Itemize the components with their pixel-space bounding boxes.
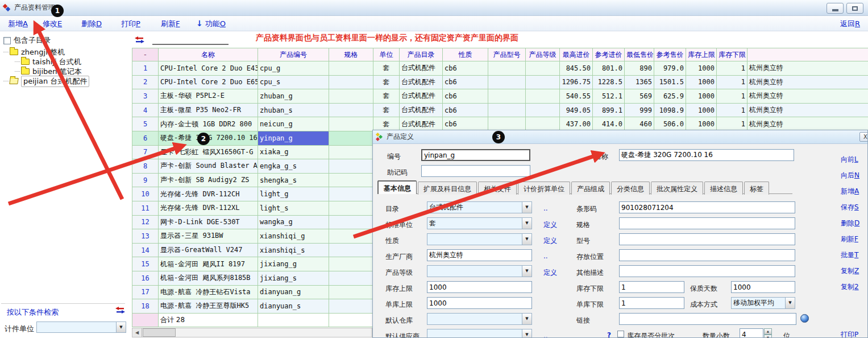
cell[interactable]: 506.0: [654, 117, 686, 131]
cell[interactable]: 1098.9: [654, 103, 686, 117]
cell[interactable]: 1: [717, 89, 747, 104]
cell[interactable]: engka_g_s: [258, 159, 329, 174]
cell[interactable]: [329, 145, 373, 159]
cell[interactable]: 540.55: [560, 89, 593, 104]
cell[interactable]: 12: [132, 215, 159, 229]
cell[interactable]: 1000: [686, 117, 717, 131]
table-row[interactable]: 1CPU-Intel Core 2 Duo E43cpu_g套台式机配件cb68…: [132, 61, 868, 76]
cell[interactable]: 14: [132, 243, 159, 257]
text-field-4[interactable]: [427, 249, 532, 261]
cell[interactable]: 3: [132, 89, 159, 104]
cell[interactable]: 6: [132, 131, 159, 145]
cell[interactable]: 16: [132, 271, 159, 285]
cell[interactable]: xianshiqi_s: [258, 243, 329, 257]
right-field-3[interactable]: [619, 233, 795, 245]
chevron-down-icon[interactable]: ▼: [522, 218, 531, 229]
cell[interactable]: 1: [717, 117, 747, 131]
browse-link[interactable]: ..: [543, 332, 548, 338]
column-header-8[interactable]: 产品等级: [526, 48, 560, 61]
cell[interactable]: CPU-Intel Core 2 Duo E43: [159, 61, 258, 76]
cell[interactable]: 机箱-金河田 飓风系列8185B: [159, 271, 258, 285]
cell[interactable]: 套: [373, 75, 400, 89]
cell[interactable]: dianyuan_s: [258, 299, 329, 314]
chevron-down-icon[interactable]: ▼: [522, 234, 531, 245]
column-header-5[interactable]: 产品目录: [400, 48, 443, 61]
cell[interactable]: 949.05: [560, 103, 593, 117]
tab-3[interactable]: 相关文件: [478, 182, 517, 195]
dialog-action-2[interactable]: 向后N: [841, 171, 859, 180]
cell[interactable]: 8: [132, 159, 159, 174]
cell[interactable]: 机箱-金河田 飓风II 8197: [159, 257, 258, 271]
cell[interactable]: 主板-微星 P35 Neo2-FR: [159, 103, 258, 117]
cell[interactable]: cpu_s: [258, 75, 329, 89]
cell[interactable]: 显示器-三星 931BW: [159, 229, 258, 244]
combo-field-2[interactable]: 套▼: [427, 217, 532, 229]
column-header-7[interactable]: 产品型号: [488, 48, 526, 61]
table-row[interactable]: 5内存-金士顿 1GB DDR2 800neicun_g套台式机配件cb6437…: [132, 117, 868, 131]
code-field[interactable]: [421, 149, 530, 161]
cell[interactable]: 414.0: [593, 117, 625, 131]
right-field-2[interactable]: [619, 217, 795, 229]
cell[interactable]: 979.0: [654, 61, 686, 76]
cell[interactable]: 1000: [686, 61, 717, 76]
cell[interactable]: 11: [132, 201, 159, 215]
column-header-row[interactable]: -: [132, 48, 159, 61]
dialog-action-9[interactable]: 复制2: [841, 282, 859, 292]
cell[interactable]: 9: [132, 173, 159, 187]
cell[interactable]: 625.9: [654, 89, 686, 104]
combo-field-3[interactable]: ▼: [427, 233, 532, 245]
cell[interactable]: 1000: [686, 103, 717, 117]
cell[interactable]: 显示器-GreatWall V247: [159, 243, 258, 257]
cell[interactable]: 1296.75: [560, 75, 593, 89]
toolbar-item-3[interactable]: 删除D: [81, 19, 102, 29]
cell[interactable]: neicun_g: [258, 117, 329, 131]
column-header-6[interactable]: 性质: [443, 48, 488, 61]
cell[interactable]: [329, 285, 373, 299]
batch-tracking-checkbox[interactable]: [617, 331, 624, 337]
tab-4[interactable]: 计价折算单位: [518, 182, 570, 195]
cell[interactable]: jixiang_g: [258, 257, 329, 271]
cell[interactable]: 内存-金士顿 1GB DDR2 800: [159, 117, 258, 131]
column-header-1[interactable]: 名称: [159, 48, 258, 61]
cell[interactable]: 2: [132, 75, 159, 89]
cell[interactable]: [329, 201, 373, 215]
cell[interactable]: CPU-Intel Core 2 Duo E65: [159, 75, 258, 89]
cell[interactable]: cpu_g: [258, 61, 329, 76]
cell[interactable]: 1: [132, 61, 159, 76]
toolbar-item-6[interactable]: ↓功能O: [196, 19, 226, 29]
chevron-down-icon[interactable]: ▼: [522, 329, 531, 338]
cell[interactable]: [526, 89, 560, 104]
cell[interactable]: yinpan_g: [258, 131, 329, 145]
dialog-action-4[interactable]: 保存S: [841, 203, 859, 212]
text-field-7[interactable]: [427, 297, 532, 309]
cell[interactable]: cb6: [443, 103, 488, 117]
cell[interactable]: light_s: [258, 201, 329, 215]
cell[interactable]: zhuban_s: [258, 103, 329, 117]
cell[interactable]: [526, 75, 560, 89]
cell[interactable]: 801.0: [593, 61, 625, 76]
table-row[interactable]: 2CPU-Intel Core 2 Duo E65cpu_s套台式机配件cb61…: [132, 75, 868, 89]
scrollbar-thumb[interactable]: [143, 328, 176, 337]
cell[interactable]: [329, 159, 373, 174]
cell[interactable]: 460: [625, 117, 654, 131]
cell[interactable]: 台式机配件: [400, 89, 443, 104]
cell[interactable]: 512.1: [593, 89, 625, 104]
chevron-down-icon[interactable]: ▼: [522, 202, 531, 213]
cost-method-combobox[interactable]: 移动加权平均 ▼: [731, 297, 795, 309]
cell[interactable]: 网卡-D-Link DGE-530T: [159, 215, 258, 229]
cell[interactable]: [329, 257, 373, 271]
cell[interactable]: [329, 187, 373, 201]
cell[interactable]: 杭州奥立特: [747, 89, 868, 104]
cell[interactable]: [526, 103, 560, 117]
dialog-action-5[interactable]: 删除D: [841, 219, 859, 228]
cell[interactable]: 5: [132, 117, 159, 131]
qty-decimals-field[interactable]: [740, 328, 763, 338]
cell[interactable]: [526, 61, 560, 76]
qty-decimals-stepper[interactable]: ▲▼: [764, 328, 772, 338]
toolbar-item-2[interactable]: 修改E: [43, 19, 62, 29]
column-header-4[interactable]: 单位: [373, 48, 400, 61]
cell[interactable]: 杭州奥立特: [747, 75, 868, 89]
cell[interactable]: light_g: [258, 187, 329, 201]
cell[interactable]: 套: [373, 89, 400, 104]
tree-node-2[interactable]: taishiji 台式机: [15, 57, 81, 67]
